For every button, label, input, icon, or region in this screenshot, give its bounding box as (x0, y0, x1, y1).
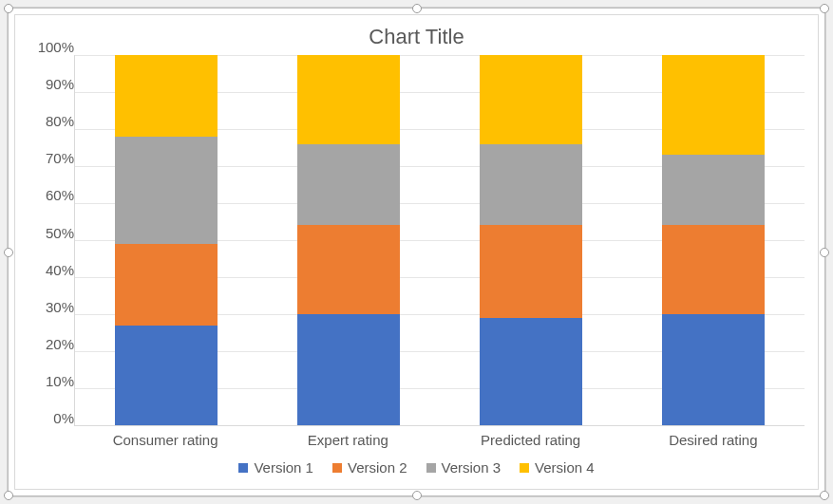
x-axis[interactable]: Consumer ratingExpert ratingPredicted ra… (15, 426, 818, 452)
legend-label: Version 3 (442, 459, 502, 476)
bar-segment[interactable] (662, 314, 765, 425)
resize-handle-bottom-right[interactable] (820, 491, 829, 500)
plot-row: 100%90%80%70%60%50%40%30%20%10%0% (15, 55, 818, 426)
legend-label: Version 1 (254, 459, 313, 476)
bar-segment[interactable] (480, 144, 582, 226)
bar-segment[interactable] (297, 144, 400, 226)
bar-slot (257, 55, 440, 425)
y-axis[interactable]: 100%90%80%70%60%50%40%30%20%10%0% (19, 55, 74, 426)
chart-object-frame[interactable]: Chart Title 100%90%80%70%60%50%40%30%20%… (8, 8, 825, 496)
bars-group (75, 55, 805, 425)
x-tick-label: Consumer rating (74, 432, 256, 448)
resize-handle-top-right[interactable] (820, 4, 829, 13)
resize-handle-bottom-left[interactable] (4, 491, 13, 500)
stacked-bar[interactable] (297, 55, 400, 425)
stacked-bar[interactable] (480, 55, 582, 425)
x-tick-label: Predicted rating (440, 432, 622, 448)
bar-segment[interactable] (297, 225, 400, 314)
bar-slot (75, 55, 257, 425)
legend-label: Version 4 (535, 459, 595, 476)
bar-segment[interactable] (480, 225, 582, 318)
legend-swatch (332, 463, 342, 473)
bar-segment[interactable] (115, 244, 218, 326)
resize-handle-bottom-mid[interactable] (412, 491, 422, 500)
plot-area[interactable] (74, 55, 805, 426)
stacked-bar[interactable] (115, 55, 218, 425)
bar-segment[interactable] (662, 55, 765, 155)
bar-segment[interactable] (115, 326, 218, 425)
bar-segment[interactable] (297, 55, 400, 144)
legend-item[interactable]: Version 4 (520, 459, 595, 476)
x-tick-label: Expert rating (256, 432, 439, 448)
legend[interactable]: Version 1Version 2Version 3Version 4 (15, 452, 818, 489)
legend-swatch (238, 463, 248, 473)
stacked-bar[interactable] (662, 55, 765, 425)
bar-segment[interactable] (115, 137, 218, 244)
legend-swatch (520, 463, 529, 473)
resize-handle-top-mid[interactable] (412, 4, 422, 13)
chart-title[interactable]: Chart Title (15, 25, 818, 49)
bar-segment[interactable] (480, 55, 582, 144)
resize-handle-top-left[interactable] (4, 4, 13, 13)
bar-slot (622, 55, 805, 425)
legend-label: Version 2 (348, 459, 407, 476)
bar-segment[interactable] (297, 314, 400, 425)
legend-item[interactable]: Version 1 (238, 459, 313, 476)
bar-segment[interactable] (480, 318, 582, 425)
chart-area[interactable]: Chart Title 100%90%80%70%60%50%40%30%20%… (14, 14, 819, 490)
bar-segment[interactable] (662, 225, 765, 314)
legend-swatch (426, 463, 436, 473)
bar-segment[interactable] (115, 55, 218, 137)
legend-item[interactable]: Version 3 (426, 459, 502, 476)
resize-handle-mid-left[interactable] (4, 248, 13, 257)
bar-slot (440, 55, 622, 425)
x-tick-label: Desired rating (622, 432, 805, 448)
resize-handle-mid-right[interactable] (820, 248, 829, 257)
bar-segment[interactable] (662, 155, 765, 225)
legend-item[interactable]: Version 2 (332, 459, 407, 476)
